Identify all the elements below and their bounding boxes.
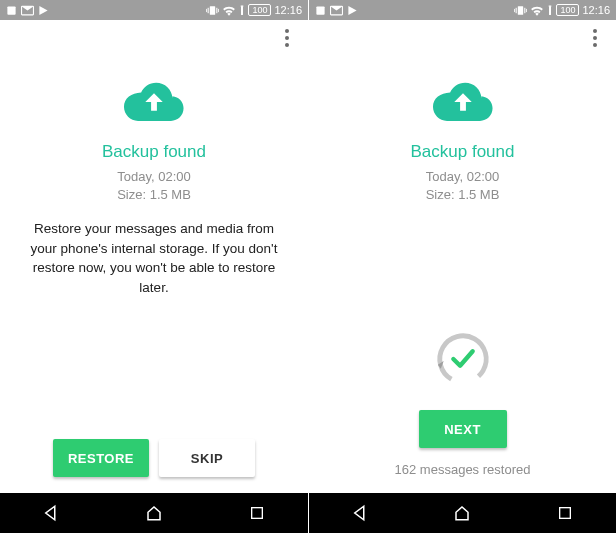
page-title: Backup found [411,142,515,162]
restored-count-text: 162 messages restored [395,462,531,477]
wifi-icon [530,5,544,16]
next-button[interactable]: NEXT [419,410,507,448]
svg-rect-9 [316,6,324,14]
svg-rect-14 [527,8,528,11]
svg-rect-8 [251,508,262,519]
status-bar: 100 12:16 [0,0,308,20]
backup-size: Size: 1.5 MB [426,186,500,204]
svg-rect-1 [210,6,215,15]
svg-rect-18 [559,508,570,519]
signal-icon [239,5,245,16]
backup-size: Size: 1.5 MB [117,186,191,204]
backup-time: Today, 02:00 [426,168,500,186]
svg-rect-6 [241,6,243,15]
phone-screen-restore-complete: 100 12:16 Backup found Today, 02:00 Size… [308,0,616,533]
nav-back-button[interactable] [330,493,390,533]
nav-home-button[interactable] [124,493,184,533]
status-bar: 100 12:16 [309,0,616,20]
svg-rect-5 [219,8,220,11]
app-bar [0,20,308,56]
overflow-menu-button[interactable] [272,23,302,53]
svg-point-17 [434,330,492,388]
notification-icon [6,5,17,16]
wifi-icon [222,5,236,16]
svg-rect-11 [516,7,517,12]
play-icon [38,5,49,16]
svg-rect-3 [217,7,218,12]
skip-button[interactable]: SKIP [159,439,255,477]
nav-home-button[interactable] [432,493,492,533]
backup-meta: Today, 02:00 Size: 1.5 MB [426,168,500,203]
app-bar [309,20,616,56]
svg-rect-13 [514,8,515,11]
battery-indicator: 100 [556,4,579,16]
svg-rect-10 [518,6,523,15]
battery-indicator: 100 [248,4,271,16]
mail-icon [330,5,343,16]
svg-rect-4 [206,8,207,11]
signal-icon [547,5,553,16]
nav-back-button[interactable] [21,493,81,533]
svg-rect-15 [549,6,551,15]
svg-rect-16 [549,5,552,6]
backup-time: Today, 02:00 [117,168,191,186]
restore-button[interactable]: RESTORE [53,439,149,477]
svg-rect-0 [7,6,15,14]
page-title: Backup found [102,142,206,162]
vibrate-icon [514,5,527,16]
overflow-menu-button[interactable] [580,23,610,53]
cloud-upload-icon [432,80,494,128]
nav-recents-button[interactable] [227,493,287,533]
svg-rect-7 [241,5,244,6]
restore-description: Restore your messages and media from you… [24,219,284,297]
svg-rect-2 [208,7,209,12]
phone-screen-restore-prompt: 100 12:16 Backup found Today, 02:00 Size… [0,0,308,533]
backup-meta: Today, 02:00 Size: 1.5 MB [117,168,191,203]
main-content: Backup found Today, 02:00 Size: 1.5 MB R… [0,56,308,493]
play-icon [347,5,358,16]
notification-icon [315,5,326,16]
nav-recents-button[interactable] [535,493,595,533]
progress-complete-icon [434,330,492,392]
clock: 12:16 [274,4,302,16]
nav-bar [0,493,308,533]
main-content: Backup found Today, 02:00 Size: 1.5 MB N… [309,56,616,493]
clock: 12:16 [582,4,610,16]
svg-rect-12 [525,7,526,12]
cloud-upload-icon [123,80,185,128]
mail-icon [21,5,34,16]
nav-bar [309,493,616,533]
vibrate-icon [206,5,219,16]
